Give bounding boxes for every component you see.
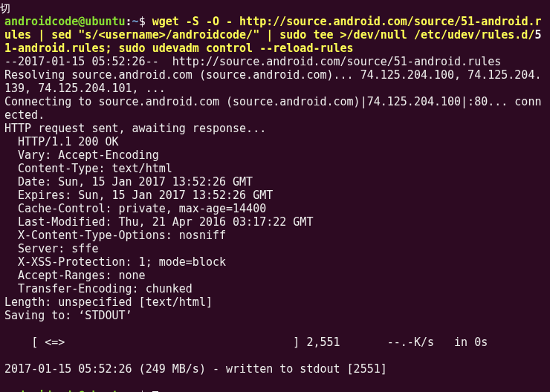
window-fragment-label: 切 xyxy=(0,1,10,15)
prompt-dollar: $ xyxy=(139,389,152,392)
prompt-path: ~ xyxy=(132,389,139,392)
prompt-user: androidcode@ubuntu xyxy=(4,15,126,28)
output-text: --2017-01-15 05:52:26-- http://source.an… xyxy=(4,55,541,389)
terminal-area[interactable]: androidcode@ubuntu:~$ wget -S -O - http:… xyxy=(0,0,550,392)
prompt-user: androidcode@ubuntu xyxy=(4,389,126,392)
prompt-colon: : xyxy=(126,15,132,28)
prompt-path: ~ xyxy=(132,15,139,28)
prompt-colon: : xyxy=(126,389,132,392)
prompt-dollar: $ xyxy=(139,15,152,28)
